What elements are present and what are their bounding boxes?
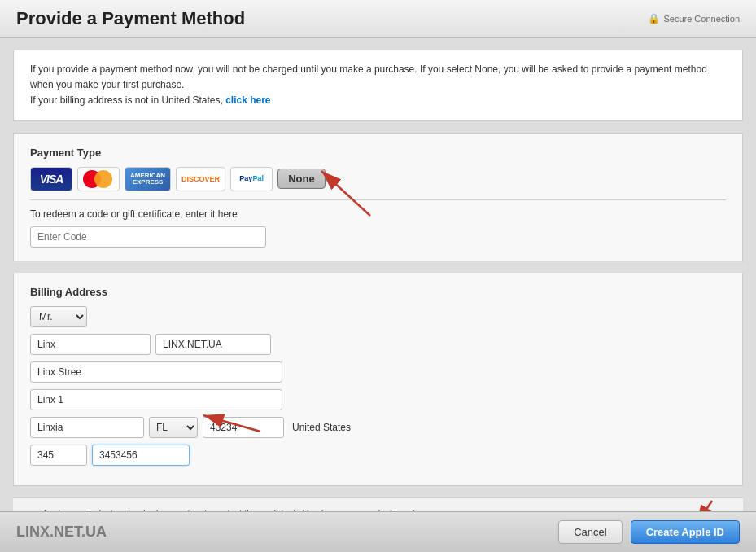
phone-area-input[interactable] bbox=[30, 445, 87, 466]
visa-button[interactable]: VISA bbox=[30, 167, 72, 191]
redeem-label: To redeem a code or gift certificate, en… bbox=[30, 208, 726, 220]
address1-row bbox=[30, 361, 726, 383]
zip-input[interactable] bbox=[203, 417, 284, 438]
none-button[interactable]: None bbox=[277, 169, 326, 189]
phone-number-input[interactable] bbox=[92, 445, 190, 466]
secure-label: Secure Connection bbox=[663, 14, 740, 24]
mastercard-icon bbox=[83, 170, 114, 188]
code-input[interactable] bbox=[30, 226, 266, 248]
name-row bbox=[30, 334, 726, 355]
discover-button[interactable]: DISCOVER bbox=[176, 167, 225, 191]
salutation-row: Mr. Ms. Mrs. Dr. bbox=[30, 306, 726, 327]
address2-row bbox=[30, 389, 726, 410]
address2-input[interactable] bbox=[30, 389, 282, 410]
info-section: If you provide a payment method now, you… bbox=[13, 50, 743, 121]
city-state-row: ALAKAZAR CACOCTDE FLGAHIID ILINIAKS KYLA… bbox=[30, 417, 726, 438]
footer: LINX.NET.UA Cancel Create Apple ID bbox=[0, 511, 756, 552]
first-name-input[interactable] bbox=[30, 334, 151, 355]
state-select[interactable]: ALAKAZAR CACOCTDE FLGAHIID ILINIAKS KYLA… bbox=[149, 417, 198, 438]
billing-label: Billing Address bbox=[30, 286, 726, 298]
city-input[interactable] bbox=[30, 417, 144, 438]
mastercard-button[interactable] bbox=[77, 167, 120, 191]
payment-section: Payment Type VISA AMERICANEXPRESS DISCOV… bbox=[13, 133, 743, 261]
footer-logo: LINX.NET.UA bbox=[16, 524, 107, 541]
create-apple-id-button[interactable]: Create Apple ID bbox=[631, 520, 740, 544]
footer-buttons: Cancel Create Apple ID bbox=[558, 520, 740, 544]
secure-connection-badge: 🔒 Secure Connection bbox=[648, 13, 740, 24]
salutation-select[interactable]: Mr. Ms. Mrs. Dr. bbox=[30, 306, 87, 327]
last-name-input[interactable] bbox=[155, 334, 271, 355]
billing-section: Billing Address Mr. Ms. Mrs. Dr. ALAKAZA… bbox=[13, 273, 743, 486]
address1-input[interactable] bbox=[30, 361, 282, 383]
divider1 bbox=[30, 199, 726, 200]
cancel-button[interactable]: Cancel bbox=[558, 520, 622, 544]
paypal-button[interactable]: PayPal bbox=[230, 167, 273, 191]
click-here-link[interactable]: click here bbox=[225, 94, 270, 106]
payment-type-label: Payment Type bbox=[30, 147, 726, 159]
phone-row bbox=[30, 445, 726, 466]
lock-icon: 🔒 bbox=[648, 13, 660, 24]
amex-button[interactable]: AMERICANEXPRESS bbox=[125, 167, 171, 191]
payment-type-row: VISA AMERICANEXPRESS DISCOVER PayPal Non… bbox=[30, 167, 726, 191]
info-text2: If your billing address is not in United… bbox=[30, 93, 726, 108]
page-header: Provide a Payment Method 🔒 Secure Connec… bbox=[0, 0, 756, 38]
country-label: United States bbox=[292, 422, 351, 433]
page-title: Provide a Payment Method bbox=[16, 8, 245, 29]
info-text1: If you provide a payment method now, you… bbox=[30, 62, 726, 93]
